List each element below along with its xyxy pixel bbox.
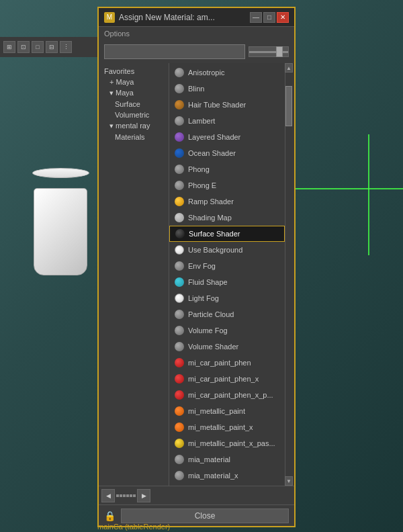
scrollbar-container: ▲ ▼ bbox=[285, 63, 294, 486]
tree-item-favorites[interactable]: Favorites bbox=[99, 66, 169, 77]
tree-item---maya[interactable]: ▾ Maya bbox=[99, 87, 169, 99]
shader-item-phong-e[interactable]: Phong E bbox=[169, 177, 285, 193]
shader-item-mi-car-paint-phen-x[interactable]: mi_car_paint_phen_x bbox=[169, 371, 285, 387]
nav-dot-1 bbox=[116, 494, 119, 497]
shader-label-mi-car-paint-phen-x-p---: mi_car_paint_phen_x_p... bbox=[188, 391, 273, 399]
shader-item-lambert[interactable]: Lambert bbox=[169, 113, 285, 129]
toolbar-icon-1[interactable]: ⊞ bbox=[3, 41, 15, 53]
shader-label-volume-fog: Volume Fog bbox=[188, 326, 228, 335]
tree-item-materials[interactable]: Materials bbox=[99, 132, 169, 142]
lock-icon: 🔒 bbox=[104, 511, 116, 521]
shader-item-surface-shader[interactable]: Surface Shader bbox=[169, 226, 285, 242]
nav-prev-button[interactable]: ◀ bbox=[101, 489, 115, 502]
shader-icon-hair-tube-shader bbox=[175, 100, 184, 109]
shader-icon-phong bbox=[175, 165, 184, 174]
scroll-down-arrow[interactable]: ▼ bbox=[285, 476, 293, 486]
shader-item-use-background[interactable]: Use Background bbox=[169, 242, 285, 258]
shader-icon-mi-metallic-paint-x bbox=[175, 423, 184, 432]
search-input[interactable] bbox=[104, 44, 245, 59]
scroll-up-arrow[interactable]: ▲ bbox=[285, 63, 293, 73]
shader-icon-blinn bbox=[175, 84, 184, 93]
shader-label-shading-map: Shading Map bbox=[188, 214, 232, 222]
scroll-thumb[interactable] bbox=[285, 86, 292, 126]
nav-dots bbox=[116, 494, 136, 497]
shader-item-hair-tube-shader[interactable]: Hair Tube Shader bbox=[169, 97, 285, 113]
close-title-button[interactable]: ✕ bbox=[277, 12, 289, 23]
shader-item-mia-material[interactable]: mia_material bbox=[169, 451, 285, 468]
shader-item-ocean-shader[interactable]: Ocean Shader bbox=[169, 145, 285, 161]
shader-label-ramp-shader: Ramp Shader bbox=[188, 197, 234, 206]
dialog-title: Assign New Material: am... bbox=[119, 13, 250, 22]
shader-icon-anisotropic bbox=[175, 68, 184, 77]
shader-item-shading-map[interactable]: Shading Map bbox=[169, 210, 285, 226]
shader-label-anisotropic: Anisotropic bbox=[188, 69, 224, 77]
toolbar-icon-2[interactable]: ⊡ bbox=[17, 41, 30, 53]
shader-item-mi-car-paint-phen-x-p---[interactable]: mi_car_paint_phen_x_p... bbox=[169, 387, 285, 403]
shader-icon-mi-metallic-paint-x-pas--- bbox=[175, 439, 184, 448]
shader-label-use-background: Use Background bbox=[188, 246, 242, 254]
bottom-label: mainCa (tableRender) bbox=[97, 523, 170, 531]
toolbar: ⊞ ⊡ □ ⊟ ⋮ bbox=[0, 37, 97, 57]
shader-icon-fluid-shape bbox=[175, 277, 184, 287]
shader-icon-shading-map bbox=[175, 213, 184, 222]
shader-item-mi-metallic-paint[interactable]: mi_metallic_paint bbox=[169, 403, 285, 419]
title-bar: M Assign New Material: am... — □ ✕ bbox=[99, 8, 294, 27]
shader-item-fluid-shape[interactable]: Fluid Shape bbox=[169, 274, 285, 290]
search-area bbox=[99, 40, 294, 63]
shader-item-phong[interactable]: Phong bbox=[169, 161, 285, 177]
shader-label-mi-car-paint-phen-x: mi_car_paint_phen_x bbox=[188, 375, 259, 383]
shader-icon-layered-shader bbox=[175, 132, 184, 142]
shader-item-env-fog[interactable]: Env Fog bbox=[169, 258, 285, 274]
shader-icon-phong-e bbox=[175, 181, 184, 190]
scrollbar-track[interactable] bbox=[285, 73, 294, 476]
shader-item-layered-shader[interactable]: Layered Shader bbox=[169, 129, 285, 145]
shader-item-anisotropic[interactable]: Anisotropic bbox=[169, 64, 285, 81]
maximize-button[interactable]: □ bbox=[263, 12, 275, 23]
shader-icon-mi-metallic-paint bbox=[175, 406, 184, 416]
shader-item-volume-fog[interactable]: Volume Fog bbox=[169, 322, 285, 339]
shader-label-phong-e: Phong E bbox=[188, 181, 216, 189]
shader-label-mi-metallic-paint-x-pas---: mi_metallic_paint_x_pas... bbox=[188, 439, 275, 447]
toolbar-icon-5[interactable]: ⋮ bbox=[60, 41, 72, 53]
shader-label-lambert: Lambert bbox=[188, 117, 215, 125]
shader-item-mi-metallic-paint-x-pas---[interactable]: mi_metallic_paint_x_pas... bbox=[169, 435, 285, 451]
shader-item-particle-cloud[interactable]: Particle Cloud bbox=[169, 306, 285, 322]
shader-label-phong: Phong bbox=[188, 165, 210, 173]
shader-label-layered-shader: Layered Shader bbox=[188, 133, 240, 141]
shader-list: AnisotropicBlinnHair Tube ShaderLambertL… bbox=[169, 63, 285, 486]
shader-item-ramp-shader[interactable]: Ramp Shader bbox=[169, 193, 285, 210]
content-area: Favorites+ Maya▾ MayaSurfaceVolumetric▾ … bbox=[99, 63, 294, 486]
shader-icon-use-background bbox=[175, 245, 184, 255]
shader-label-env-fog: Env Fog bbox=[188, 262, 216, 270]
shader-item-light-fog[interactable]: Light Fog bbox=[169, 290, 285, 306]
title-controls: — □ ✕ bbox=[250, 12, 289, 23]
search-slider[interactable] bbox=[249, 46, 289, 57]
shader-item-mia-material-x[interactable]: mia_material_x bbox=[169, 468, 285, 484]
shader-item-mi-car-paint-phen[interactable]: mi_car_paint_phen bbox=[169, 355, 285, 371]
shader-icon-mia-material-x bbox=[175, 471, 184, 480]
shader-label-light-fog: Light Fog bbox=[188, 294, 219, 302]
toolbar-icon-3[interactable]: □ bbox=[32, 41, 44, 53]
shader-icon-ocean-shader bbox=[175, 148, 184, 158]
shader-icon-ramp-shader bbox=[175, 197, 184, 206]
tree-panel: Favorites+ Maya▾ MayaSurfaceVolumetric▾ … bbox=[99, 63, 169, 486]
shader-label-blinn: Blinn bbox=[188, 85, 204, 93]
close-button[interactable]: Close bbox=[121, 508, 289, 523]
toolbar-icon-4[interactable]: ⊟ bbox=[46, 41, 58, 53]
tree-item---mental-ray[interactable]: ▾ mental ray bbox=[99, 120, 169, 132]
minimize-button[interactable]: — bbox=[250, 12, 262, 23]
nav-dot-6 bbox=[133, 494, 136, 497]
tree-item-surface[interactable]: Surface bbox=[99, 99, 169, 109]
shader-label-volume-shader: Volume Shader bbox=[188, 343, 238, 351]
shader-item-volume-shader[interactable]: Volume Shader bbox=[169, 339, 285, 355]
slider-handle[interactable] bbox=[276, 46, 283, 57]
nav-dot-5 bbox=[130, 494, 132, 497]
shader-item-mi-metallic-paint-x[interactable]: mi_metallic_paint_x bbox=[169, 419, 285, 435]
cup-rim bbox=[32, 168, 89, 178]
shader-item-blinn[interactable]: Blinn bbox=[169, 81, 285, 97]
assign-material-dialog: M Assign New Material: am... — □ ✕ Optio… bbox=[97, 7, 296, 527]
nav-next-button[interactable]: ▶ bbox=[137, 489, 150, 502]
tree-item---maya[interactable]: + Maya bbox=[99, 77, 169, 87]
shader-label-mi-car-paint-phen: mi_car_paint_phen bbox=[188, 359, 251, 367]
tree-item-volumetric[interactable]: Volumetric bbox=[99, 109, 169, 120]
